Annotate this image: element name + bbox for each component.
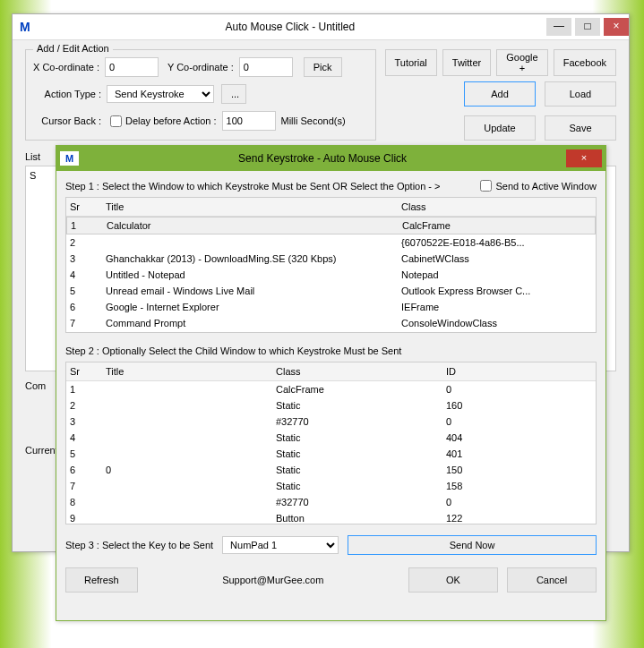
step3-label: Step 3 : Select the Key to be Sent (65, 540, 213, 550)
send-active-checkbox[interactable] (480, 180, 492, 192)
google-button[interactable]: Google + (496, 49, 547, 76)
facebook-button[interactable]: Facebook (554, 49, 616, 76)
cursor-back-label: Cursor Back : (33, 115, 101, 126)
table-row[interactable]: 4Untitled - NotepadNotepad (66, 267, 596, 283)
table-row[interactable]: 1CalculatorCalcFrame (66, 217, 596, 234)
list-header-s: S (30, 170, 36, 181)
save-button[interactable]: Save (545, 115, 616, 141)
action-type-label: Action Type : (33, 89, 101, 99)
col-id: ID (446, 366, 592, 377)
table-row[interactable]: 6Google - Internet ExplorerIEFrame (66, 299, 596, 315)
dialog-title: Send Keystroke - Auto Mouse Click (79, 152, 566, 165)
table-row[interactable]: 9Button122 (66, 510, 596, 524)
child-window-table[interactable]: Sr Title Class ID 1CalcFrame02Static1603… (65, 362, 597, 524)
table-row[interactable]: 60Static150 (66, 462, 596, 478)
fieldset-legend: Add / Edit Action (33, 43, 113, 54)
window-table[interactable]: Sr Title Class 1CalculatorCalcFrame2{607… (65, 197, 597, 333)
ok-button[interactable]: OK (408, 567, 498, 593)
keystroke-dialog: M Send Keystroke - Auto Mouse Click × St… (56, 145, 606, 621)
cancel-button[interactable]: Cancel (507, 567, 597, 593)
table-row[interactable]: 1CalcFrame0 (66, 381, 596, 397)
ms-label: Milli Second(s) (281, 115, 346, 126)
x-coord-input[interactable] (105, 57, 159, 77)
close-button[interactable]: × (604, 18, 629, 36)
col-title: Title (106, 201, 401, 212)
table-header: Sr Title Class (66, 198, 596, 217)
action-type-select[interactable]: Send Keystroke (107, 85, 214, 103)
add-edit-fieldset: Add / Edit Action X Co-ordinate : Y Co-o… (25, 49, 376, 141)
y-coord-input[interactable] (239, 57, 293, 77)
key-select[interactable]: NumPad 1 (222, 536, 339, 554)
table-row[interactable]: 2Static160 (66, 397, 596, 414)
dialog-close-button[interactable]: × (566, 149, 602, 167)
pick-button[interactable]: Pick (304, 57, 342, 77)
table-row[interactable]: 8#327700 (66, 494, 596, 510)
cursor-back-checkbox[interactable] (110, 115, 122, 127)
update-button[interactable]: Update (464, 115, 536, 141)
tutorial-button[interactable]: Tutorial (385, 49, 437, 76)
dialog-titlebar: M Send Keystroke - Auto Mouse Click × (56, 146, 605, 171)
table-row[interactable]: 3Ghanchakkar (2013) - DownloadMing.SE (3… (66, 251, 596, 267)
more-button[interactable]: ... (221, 84, 246, 104)
send-now-button[interactable]: Send Now (348, 535, 597, 555)
support-label: Support@MurGee.com (147, 575, 399, 585)
app-logo-icon: M (13, 20, 38, 34)
window-title: Auto Mouse Click - Untitled (38, 21, 543, 33)
col-class: Class (276, 366, 446, 377)
load-button[interactable]: Load (545, 81, 616, 107)
y-coord-label: Y Co-ordinate : (167, 62, 234, 72)
titlebar: M Auto Mouse Click - Untitled — □ × (13, 14, 629, 40)
maximize-button[interactable]: □ (575, 18, 600, 36)
delay-label: Delay before Action : (125, 115, 217, 126)
table-row[interactable]: 5Static401 (66, 446, 596, 462)
step1-label: Step 1 : Select the Window to which Keys… (65, 181, 441, 192)
table-row[interactable]: 5Unread email - Windows Live MailOutlook… (66, 283, 596, 299)
step2-label: Step 2 : Optionally Select the Child Win… (65, 345, 597, 356)
col-sr: Sr (70, 201, 106, 212)
add-button[interactable]: Add (464, 81, 536, 107)
table-row[interactable]: 7Static158 (66, 478, 596, 494)
table-row[interactable]: 2{6070522E-E018-4a86-B5... (66, 234, 596, 251)
table-row[interactable]: 7Command PromptConsoleWindowClass (66, 315, 596, 331)
x-coord-label: X Co-ordinate : (33, 62, 99, 72)
twitter-button[interactable]: Twitter (442, 49, 491, 76)
table-row[interactable]: 3#327700 (66, 414, 596, 430)
delay-input[interactable] (222, 111, 276, 131)
table-row[interactable]: 4Static404 (66, 430, 596, 446)
col-sr: Sr (70, 366, 106, 377)
refresh-button[interactable]: Refresh (65, 567, 138, 593)
col-title: Title (106, 366, 276, 377)
minimize-button[interactable]: — (546, 18, 571, 36)
col-class: Class (401, 201, 592, 212)
dialog-logo-icon: M (60, 151, 79, 166)
table-header: Sr Title Class ID (66, 362, 596, 381)
send-active-label: Send to Active Window (495, 181, 597, 192)
